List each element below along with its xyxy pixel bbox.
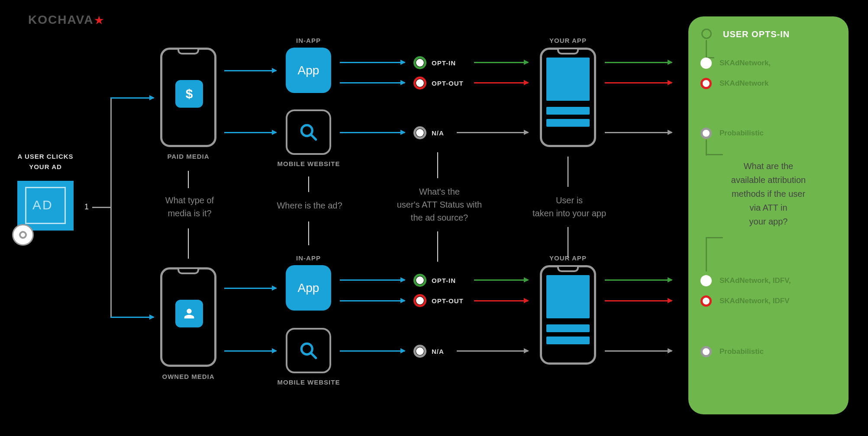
arrow	[340, 132, 405, 133]
arrow	[474, 62, 528, 63]
connector	[706, 237, 707, 272]
arrow	[605, 279, 672, 281]
step-number: 1	[84, 202, 89, 212]
inapp-label-top: IN-APP	[286, 37, 331, 44]
result-row: Probabilistic	[700, 346, 764, 357]
separator	[188, 171, 189, 188]
result-row: Probabilistic	[700, 128, 764, 139]
arrow	[605, 62, 672, 63]
connector	[706, 154, 723, 155]
connector	[706, 139, 707, 156]
optin-dot-icon	[413, 274, 426, 287]
connector	[706, 237, 723, 238]
panel-question: What are the available attribution metho…	[712, 159, 825, 228]
paid-media-phone: $	[160, 48, 216, 147]
website-box-top	[286, 109, 331, 155]
att-question: What's the user's ATT Status with the ad…	[392, 185, 487, 224]
start-label: A USER CLICKSYOUR AD	[17, 151, 74, 172]
search-icon	[298, 122, 319, 143]
inapp-box-bottom: App	[286, 265, 331, 311]
website-label-bottom: MOBILE WEBSITE	[274, 378, 343, 386]
yourapp-label-top: YOUR APP	[540, 37, 596, 44]
cursor-target-icon	[12, 224, 34, 246]
arrow	[224, 132, 276, 133]
result-dot-icon	[700, 78, 712, 89]
arrow	[474, 82, 528, 83]
kochava-logo: KOCHAVA★	[28, 13, 105, 27]
arrow	[340, 82, 405, 83]
separator	[568, 227, 568, 257]
result-dot-icon	[700, 346, 712, 357]
arrow	[340, 300, 405, 301]
logo-text: KOCHAVA	[28, 13, 94, 26]
svg-line-1	[311, 135, 316, 139]
na-dot-icon	[413, 345, 426, 358]
website-box-bottom	[286, 328, 331, 373]
result-panel: USER OPTS-IN SKAdNetwork, SKAdNetwork Pr…	[688, 16, 849, 414]
optin-dot-icon	[413, 56, 426, 69]
connector	[110, 97, 112, 318]
website-label-top: MOBILE WEBSITE	[274, 160, 343, 167]
connector	[706, 40, 707, 58]
separator	[308, 221, 309, 245]
avatar-icon	[175, 300, 203, 327]
separator	[437, 231, 438, 262]
dollar-icon: $	[175, 80, 203, 108]
connector	[92, 207, 112, 208]
yourapp-phone-top	[540, 48, 596, 147]
inapp-label-bottom: IN-APP	[286, 254, 331, 262]
svg-line-3	[311, 353, 316, 358]
yourapp-question: User is taken into your app	[524, 194, 615, 220]
separator	[568, 157, 568, 187]
status-optout-top: OPT-OUT	[413, 77, 464, 90]
arrow	[224, 288, 276, 289]
arrow	[457, 132, 528, 133]
media-question: What type of media is it?	[159, 194, 220, 220]
result-row: SKAdNetwork, IDFV	[700, 295, 790, 307]
arrow	[340, 350, 405, 352]
search-icon	[298, 340, 319, 362]
ad-label: AD	[32, 198, 53, 212]
source-question: Where is the ad?	[268, 199, 351, 212]
arrow	[224, 70, 276, 71]
status-optin-top: OPT-IN	[413, 56, 456, 69]
result-dot-icon	[700, 128, 712, 139]
arrow	[605, 350, 672, 352]
result-dot-icon	[700, 275, 712, 286]
star-icon: ★	[94, 14, 105, 26]
separator	[188, 228, 189, 259]
owned-media-label: OWNED MEDIA	[160, 373, 216, 380]
separator	[437, 152, 438, 178]
arrow	[340, 279, 405, 281]
na-dot-icon	[413, 126, 426, 139]
status-optout-bottom: OPT-OUT	[413, 294, 464, 307]
status-na-top: N/A	[413, 126, 444, 139]
panel-title: USER OPTS-IN	[723, 29, 840, 39]
arrow	[457, 350, 528, 352]
ad-box: AD	[17, 181, 74, 231]
title-dot-icon	[701, 29, 712, 39]
status-optin-bottom: OPT-IN	[413, 274, 456, 287]
arrow	[474, 300, 528, 301]
inapp-box-top: App	[286, 48, 331, 93]
paid-media-label: PAID MEDIA	[160, 153, 216, 160]
yourapp-phone-bottom	[540, 265, 596, 365]
result-dot-icon	[700, 58, 712, 69]
arrow	[605, 82, 672, 83]
arrow	[605, 132, 672, 133]
arrow	[110, 97, 154, 99]
result-dot-icon	[700, 295, 712, 307]
status-na-bottom: N/A	[413, 345, 444, 358]
separator	[308, 176, 309, 192]
result-row: SKAdNetwork	[700, 78, 768, 89]
result-row: SKAdNetwork, IDFV,	[700, 275, 791, 286]
arrow	[224, 350, 276, 352]
arrow	[605, 300, 672, 301]
arrow	[474, 279, 528, 281]
arrow	[110, 317, 154, 318]
optout-dot-icon	[413, 77, 426, 90]
arrow	[340, 62, 405, 63]
owned-media-phone	[160, 267, 216, 367]
result-row: SKAdNetwork,	[700, 58, 771, 69]
optout-dot-icon	[413, 294, 426, 307]
